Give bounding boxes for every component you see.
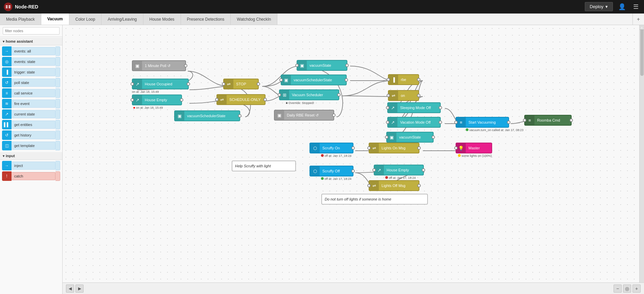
call-service-icon: ≡ — [456, 118, 466, 127]
sidebar-item-events-state[interactable]: ◎ events: state — [2, 57, 60, 66]
node-label: vacuumState — [396, 135, 433, 139]
tab-house-modes[interactable]: House Modes — [143, 14, 181, 25]
node-help-scruffy[interactable]: Help Scruffy with light — [232, 161, 296, 171]
filter-nodes-input[interactable] — [3, 27, 60, 35]
node-house-empty-top[interactable]: ↗ House Empty ■ on at: Jan 18, 15:49 — [132, 94, 182, 105]
scroll-right-button[interactable]: ▶ — [75, 285, 84, 293]
svg-rect-6 — [8, 7, 10, 8]
node-lights-off-msg[interactable]: ⇌ Lights Off Msg — [369, 180, 419, 191]
scruffy-off-sub: off at: Jan 17, 18:24 — [321, 177, 351, 181]
node-label: Vacation Mode Off — [397, 120, 440, 124]
node-schedule-only[interactable]: ⇌ SCHEDULE-ONLY — [216, 94, 266, 105]
port-in — [279, 78, 283, 82]
node-roomba-cmd[interactable]: ≡ Roomba Cmd — [524, 115, 572, 126]
light-icon: 💡 — [456, 143, 466, 153]
tab-arriving-leaving[interactable]: Arriving/Leaving — [101, 14, 143, 25]
sidebar-item-label: get template — [12, 142, 55, 150]
sidebar-item-handle — [55, 67, 60, 77]
state-icon: ↗ — [388, 103, 397, 112]
topbar: Node-RED Deploy ▾ 👤 ☰ — [0, 0, 644, 14]
svg-rect-2 — [6, 6, 8, 7]
sidebar-item-events-all[interactable]: → events: all — [2, 46, 60, 56]
nodered-logo-icon — [3, 2, 13, 12]
node-on[interactable]: ⇌ on — [388, 90, 419, 101]
section-label: input — [6, 154, 15, 158]
port-out — [439, 106, 442, 109]
sidebar-item-label: catch — [12, 172, 55, 180]
node-rbe[interactable]: ▐ rbe — [388, 74, 419, 85]
tab-color-loop[interactable]: Color Loop — [69, 14, 102, 25]
sidebar-item-handle — [55, 109, 60, 119]
port-in — [386, 106, 389, 109]
port-out — [257, 82, 260, 86]
sidebar-item-handle — [55, 171, 60, 181]
sidebar-item-label: inject — [12, 162, 55, 170]
device-icon: ⬡ — [310, 143, 320, 153]
tab-watchdog-checkin[interactable]: Watchdog CheckIn — [231, 14, 277, 25]
node-daily-rbe-reset[interactable]: ▣ Daily RBE Reset ↺ — [274, 110, 334, 121]
node-do-not-turn-off[interactable]: Do not turn off lights if someone is hom… — [321, 194, 428, 205]
zoom-minus-button[interactable]: − — [614, 285, 622, 293]
svg-rect-3 — [6, 7, 8, 8]
sidebar-item-get-entities[interactable]: ▌▌ get entities — [2, 120, 60, 129]
node-vacuum-scheduler[interactable]: ⊞ Vacuum Scheduler — [279, 89, 339, 100]
user-icon[interactable]: 👤 — [616, 3, 628, 10]
node-stop[interactable]: ⇌ STOP — [223, 79, 259, 89]
node-house-empty-bot[interactable]: ↗ House Empty off at: Jan 17, 18:24 — [374, 165, 424, 175]
node-scruffy-off[interactable]: ⬡ Scruffy Off off at: Jan 17, 18:24 — [309, 166, 353, 176]
tab-media-playback[interactable]: Media Playback — [0, 14, 41, 25]
node-vacuum-state-bot[interactable]: ▣ vacuumState — [386, 132, 434, 143]
sidebar-item-trigger-state[interactable]: ▐ trigger: state — [2, 67, 60, 77]
rbe-icon: ▐ — [389, 75, 398, 84]
node-lights-on-msg[interactable]: ⇌ Lights On Msg — [369, 143, 419, 153]
sidebar-item-handle — [55, 141, 60, 150]
node-label: House Empty — [142, 98, 181, 102]
house-occupied-sub: on at: Jan 18, 15:49 — [132, 90, 159, 93]
sidebar-item-get-template[interactable]: ◫ get template — [2, 141, 60, 150]
sidebar-item-current-state[interactable]: ↗ current state — [2, 109, 60, 119]
sidebar-item-catch[interactable]: ! catch — [2, 171, 60, 181]
sidebar-item-fire-event[interactable]: ≋ fire event — [2, 99, 60, 108]
tabbar: Media Playback Vacuum Color Loop Arrivin… — [0, 14, 644, 25]
switch-icon: ⇌ — [389, 91, 398, 100]
flow-canvas[interactable]: ▣ 1 Minute Poll ↺ ↗ House Occupied on at… — [63, 25, 644, 294]
menu-icon[interactable]: ☰ — [631, 3, 641, 10]
node-vacuum-scheduler-state-input[interactable]: ▣ vacuumSchedulerState — [174, 110, 240, 121]
node-vacation-mode-off[interactable]: ↗ Vacation Mode Off — [387, 117, 441, 128]
node-vacuum-state-top[interactable]: ▣ vacuumState — [297, 60, 347, 71]
state-icon: ↗ — [374, 165, 384, 175]
scroll-up-button[interactable]: ▲ — [639, 25, 644, 30]
deploy-button[interactable]: Deploy ▾ — [585, 2, 613, 11]
tab-vacuum[interactable]: Vacuum — [41, 14, 69, 25]
current-state-icon: ↗ — [133, 79, 142, 89]
poll-state-icon: ↺ — [2, 78, 12, 87]
node-master[interactable]: 💡 Master some lights on (100%) — [456, 143, 492, 153]
section-label: home assistant — [6, 39, 33, 43]
events-all-icon: → — [2, 46, 12, 56]
zoom-reset-button[interactable]: ◎ — [623, 285, 631, 293]
app-title: Node-RED — [15, 4, 38, 9]
device-icon: ⬡ — [310, 166, 320, 176]
node-scruffy-on[interactable]: ⬡ Scruffy On off at: Jan 17, 18:24 — [309, 143, 353, 153]
tab-presence-detections[interactable]: Presence Detections — [181, 14, 231, 25]
node-1min-poll[interactable]: ▣ 1 Minute Poll ↺ — [132, 60, 186, 71]
zoom-plus-button[interactable]: + — [632, 285, 641, 293]
tab-add-button[interactable]: + — [632, 14, 644, 25]
vertical-scrollbar[interactable] — [639, 25, 644, 289]
node-vacuum-scheduler-state-mid[interactable]: ▣ vacuumSchedulerState — [281, 75, 347, 85]
current-state-icon: ↗ — [2, 109, 12, 119]
scrollbar-thumb-v[interactable] — [640, 25, 644, 76]
node-house-occupied[interactable]: ↗ House Occupied — [132, 79, 189, 89]
sidebar-section-header-input[interactable]: ▾ input — [0, 152, 62, 160]
port-out — [570, 119, 573, 122]
node-start-vacuuming[interactable]: ≡ Start Vacuuming vacuum.turn_on called … — [456, 117, 509, 128]
sidebar-section-header-home-assistant[interactable]: ▾ home assistant — [0, 38, 62, 45]
node-sleeping-mode-off[interactable]: ↗ Sleeping Mode Off — [387, 102, 441, 113]
sidebar-item-inject[interactable]: → inject — [2, 161, 60, 170]
sidebar-item-poll-state[interactable]: ↺ poll state — [2, 78, 60, 87]
scroll-left-button[interactable]: ◀ — [66, 285, 74, 293]
sidebar-item-call-service[interactable]: ≡ call service — [2, 88, 60, 98]
port-out — [507, 121, 510, 124]
fire-event-icon: ≋ — [2, 99, 12, 108]
sidebar-item-get-history[interactable]: ↺ get history — [2, 130, 60, 140]
